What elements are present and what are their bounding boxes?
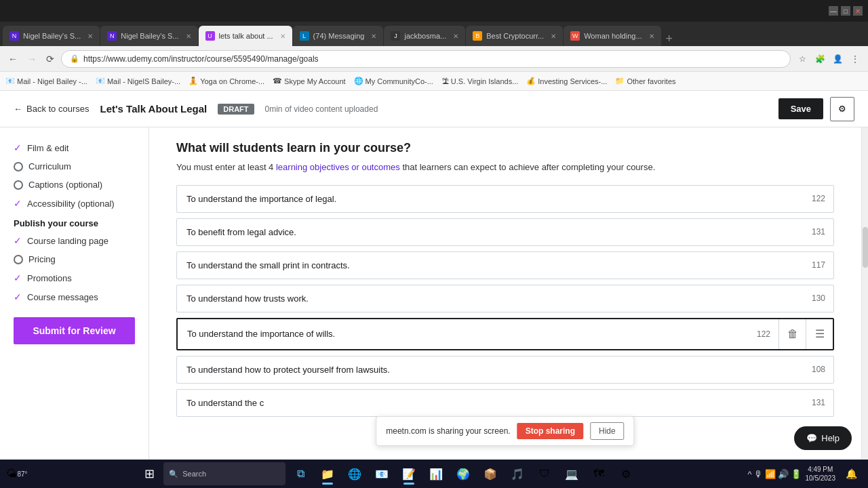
tab-6[interactable]: B Best Cryptocurr... ✕: [466, 26, 563, 46]
taskbar-app-13[interactable]: ⚙: [614, 462, 638, 486]
tab-3-close[interactable]: ✕: [280, 33, 285, 40]
taskbar-file-explorer[interactable]: 📁: [315, 462, 340, 486]
sidebar-label-landing: Course landing page: [27, 236, 108, 246]
sidebar-item-pricing[interactable]: Pricing: [0, 250, 149, 268]
star-btn[interactable]: ☆: [795, 52, 810, 66]
check-icon-promotions: ✓: [14, 272, 22, 283]
tab-1[interactable]: N Nigel Bailey's S... ✕: [3, 26, 100, 46]
taskbar-mic-icon: 🎙: [754, 469, 763, 479]
taskbar-wifi-icon: 📶: [765, 469, 776, 479]
bookmark-2[interactable]: 📧 Mail - NigelS Bailey-...: [96, 77, 180, 85]
sidebar-item-landing[interactable]: ✓ Course landing page: [0, 231, 149, 250]
taskbar-weather[interactable]: 🌤 87°: [5, 462, 28, 485]
hide-sharing-btn[interactable]: Hide: [590, 422, 625, 440]
goal-input-2[interactable]: [177, 219, 804, 245]
bookmark-other[interactable]: 📁 Other favorites: [615, 77, 675, 85]
help-button[interactable]: 💬 Help: [794, 426, 852, 450]
sidebar-item-curriculum[interactable]: Curriculum: [0, 157, 149, 176]
tab-2[interactable]: N Nigel Bailey's S... ✕: [100, 26, 197, 46]
check-icon-landing: ✓: [14, 235, 22, 246]
goal-row-7: 131: [176, 389, 834, 417]
taskbar-date-display: 10/5/2023: [806, 474, 836, 483]
sidebar-item-promotions[interactable]: ✓ Promotions: [0, 268, 149, 287]
address-bar[interactable]: 🔒 https://www.udemy.com/instructor/cours…: [61, 50, 791, 68]
taskbar-hide-icons-btn[interactable]: ^: [747, 469, 751, 479]
tab-1-close[interactable]: ✕: [87, 33, 93, 40]
taskbar-word[interactable]: 📝: [397, 462, 421, 486]
back-arrow-icon: ←: [14, 104, 22, 114]
tab-4[interactable]: L (74) Messaging ✕: [293, 26, 384, 46]
delete-goal-5-btn[interactable]: 🗑: [778, 319, 806, 349]
tab-5-close[interactable]: ✕: [453, 33, 458, 40]
new-tab-btn[interactable]: +: [662, 32, 677, 46]
bookmark-7[interactable]: 💰 Investing Services-...: [526, 77, 607, 85]
taskbar-app-11[interactable]: 💻: [559, 462, 584, 486]
settings-button[interactable]: ⚙: [830, 97, 854, 121]
goal-input-4[interactable]: [177, 285, 804, 312]
tab-4-close[interactable]: ✕: [371, 33, 376, 40]
taskbar-mail[interactable]: 📧: [370, 462, 394, 486]
check-icon-messages: ✓: [14, 291, 22, 302]
tab-6-close[interactable]: ✕: [551, 33, 556, 40]
tab-2-favicon: N: [107, 31, 117, 41]
stop-sharing-btn[interactable]: Stop sharing: [517, 423, 583, 439]
goal-input-6[interactable]: [177, 357, 804, 383]
taskbar-edge[interactable]: 🌐: [342, 462, 367, 486]
taskbar-left: 🌤 87°: [5, 462, 28, 485]
taskbar-app-12[interactable]: 🗺: [587, 462, 611, 486]
objectives-link[interactable]: learning objectives or outcomes: [276, 162, 400, 172]
section-desc: You must enter at least 4 learning objec…: [176, 161, 834, 174]
taskbar-notification-btn[interactable]: 🔔: [840, 462, 863, 485]
bookmark-6[interactable]: 🏝 U.S. Virgin Islands...: [441, 77, 518, 85]
sidebar-item-messages[interactable]: ✓ Course messages: [0, 287, 149, 306]
back-nav-btn[interactable]: ←: [5, 51, 20, 67]
close-btn[interactable]: ✕: [853, 6, 863, 16]
profile-btn[interactable]: 👤: [830, 52, 845, 66]
tab-2-close[interactable]: ✕: [186, 33, 191, 40]
sidebar-item-accessibility[interactable]: ✓ Accessibility (optional): [0, 194, 149, 213]
taskbar-app-10[interactable]: 🛡: [532, 462, 557, 486]
tab-5[interactable]: J jackbosma... ✕: [384, 26, 465, 46]
save-button[interactable]: Save: [778, 98, 823, 119]
bookmark-1[interactable]: 📧 Mail - Nigel Bailey -...: [5, 77, 87, 85]
taskbar-start-btn[interactable]: ⊞: [138, 462, 161, 485]
taskbar-excel[interactable]: 📊: [424, 462, 448, 486]
menu-btn[interactable]: ⋮: [848, 52, 863, 66]
goal-input-7[interactable]: [177, 390, 804, 416]
app-scrollbar[interactable]: [861, 127, 868, 460]
taskbar-clock[interactable]: 4:49 PM 10/5/2023: [806, 465, 836, 483]
goal-input-5[interactable]: [178, 321, 749, 347]
tab-3-favicon: U: [205, 31, 215, 41]
goal-input-1[interactable]: [177, 186, 804, 212]
back-to-courses-link[interactable]: ← Back to courses: [14, 104, 90, 114]
taskbar-search-btn[interactable]: 🔍 Search: [163, 462, 285, 485]
sidebar-item-film[interactable]: ✓ Film & edit: [0, 138, 149, 157]
taskbar-task-view[interactable]: ⧉: [288, 462, 313, 486]
tab-1-favicon: N: [9, 31, 19, 41]
sidebar-item-captions[interactable]: Captions (optional): [0, 176, 149, 194]
bookmark-3[interactable]: 🧘 Yoga on Chrome-...: [189, 77, 264, 85]
taskbar-chrome[interactable]: 🌍: [451, 462, 475, 486]
circle-icon-pricing: [14, 255, 23, 264]
minimize-btn[interactable]: —: [829, 6, 838, 16]
reorder-goal-5-btn[interactable]: ☰: [806, 319, 833, 349]
goal-row-2: 131: [176, 218, 834, 246]
taskbar-app-8[interactable]: 📦: [478, 462, 502, 486]
maximize-btn[interactable]: □: [841, 6, 850, 16]
bookmark-4[interactable]: ☎ Skype My Account: [273, 77, 346, 85]
taskbar-app-9[interactable]: 🎵: [505, 462, 530, 486]
goal-input-3[interactable]: [177, 252, 804, 279]
tab-3-active[interactable]: U lets talk about ... ✕: [199, 26, 292, 46]
browser-window: — □ ✕ N Nigel Bailey's S... ✕ N Nigel Ba…: [0, 0, 868, 488]
char-count-1: 122: [804, 194, 833, 203]
reload-btn[interactable]: ⟳: [43, 51, 57, 67]
tab-7[interactable]: W Woman holding... ✕: [564, 26, 660, 46]
bookmarks-bar: 📧 Mail - Nigel Bailey -... 📧 Mail - Nige…: [0, 72, 868, 91]
char-count-3: 117: [804, 260, 833, 270]
tab-7-close[interactable]: ✕: [649, 33, 654, 40]
forward-nav-btn[interactable]: →: [24, 51, 39, 67]
submit-for-review-button[interactable]: Submit for Review: [14, 317, 135, 344]
extensions-btn[interactable]: 🧩: [812, 52, 827, 66]
goal-row-6: 108: [176, 356, 834, 384]
bookmark-5[interactable]: 🌐 My CommunityCo-...: [354, 77, 433, 85]
